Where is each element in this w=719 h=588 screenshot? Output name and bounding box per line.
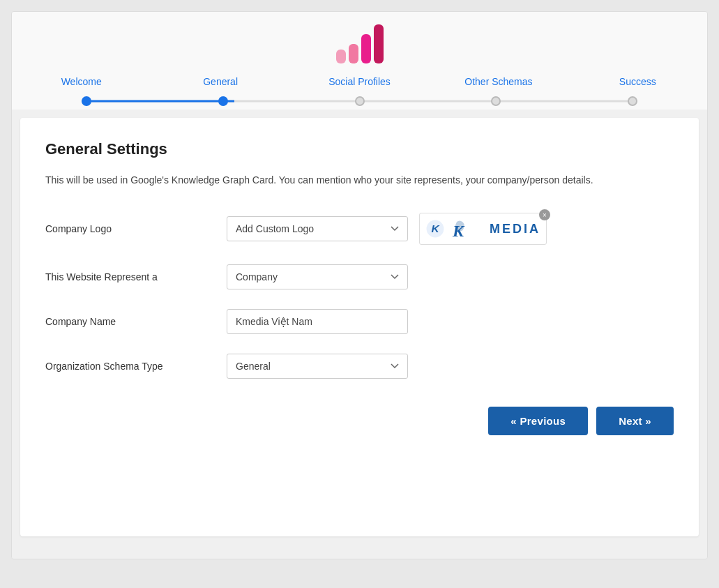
company-name-controls bbox=[227, 309, 408, 334]
form-row-company-name: Company Name bbox=[45, 309, 674, 334]
step-label-other[interactable]: Other Schemas bbox=[429, 76, 568, 87]
kmedia-logo: K K bbox=[425, 216, 540, 241]
steps-dots bbox=[82, 96, 638, 106]
svg-text:K: K bbox=[431, 223, 440, 234]
step-label-success[interactable]: Success bbox=[568, 76, 707, 87]
form-row-website-represent: This Website Represent a Company Person bbox=[45, 264, 674, 289]
logo-preview: × K bbox=[419, 213, 547, 245]
company-name-label: Company Name bbox=[45, 316, 213, 327]
kmedia-media-text: MEDIA bbox=[490, 222, 540, 236]
company-logo-label: Company Logo bbox=[45, 223, 213, 234]
website-represent-select[interactable]: Company Person bbox=[227, 264, 408, 289]
steps-labels: Welcome General Social Profiles Other Sc… bbox=[12, 76, 707, 93]
kmedia-full-logo: K bbox=[451, 216, 485, 241]
logo-bar-1 bbox=[349, 44, 358, 63]
logo-bar-4 bbox=[374, 24, 384, 63]
main-card: General Settings This will be used in Go… bbox=[20, 118, 699, 536]
nav-buttons: « Previous Next » bbox=[45, 407, 674, 435]
company-logo-controls: Add Custom Logo × K bbox=[227, 213, 547, 245]
progress-track bbox=[12, 93, 707, 110]
previous-button[interactable]: « Previous bbox=[488, 407, 588, 435]
main-container: Welcome General Social Profiles Other Sc… bbox=[11, 11, 708, 559]
company-logo-select[interactable]: Add Custom Logo bbox=[227, 216, 408, 241]
dot-other[interactable] bbox=[491, 96, 501, 106]
org-schema-label: Organization Schema Type bbox=[45, 361, 213, 372]
company-name-input[interactable] bbox=[227, 309, 408, 334]
page-description: This will be used in Google's Knowledge … bbox=[45, 172, 659, 188]
svg-text:K: K bbox=[452, 222, 465, 240]
logo-preview-close[interactable]: × bbox=[539, 209, 550, 220]
logo-bar-2 bbox=[336, 50, 346, 63]
kmedia-dragon-icon: K bbox=[425, 219, 445, 239]
dot-success[interactable] bbox=[628, 96, 637, 106]
dot-welcome[interactable] bbox=[82, 96, 91, 106]
form-row-company-logo: Company Logo Add Custom Logo × K bbox=[45, 213, 674, 245]
logo-bar-3 bbox=[361, 34, 371, 63]
next-button[interactable]: Next » bbox=[596, 407, 674, 435]
app-logo bbox=[336, 24, 384, 63]
step-label-general[interactable]: General bbox=[151, 76, 289, 87]
header bbox=[12, 12, 707, 70]
steps-container: Welcome General Social Profiles Other Sc… bbox=[12, 70, 707, 110]
website-represent-controls: Company Person bbox=[227, 264, 408, 289]
org-schema-select[interactable]: General Corporation LocalBusiness Organi… bbox=[227, 354, 408, 379]
page-title: General Settings bbox=[45, 140, 674, 158]
bottom-strip bbox=[12, 545, 707, 559]
website-represent-label: This Website Represent a bbox=[45, 271, 213, 282]
step-label-social[interactable]: Social Profiles bbox=[290, 76, 429, 87]
org-schema-controls: General Corporation LocalBusiness Organi… bbox=[227, 354, 408, 379]
step-label-welcome[interactable]: Welcome bbox=[12, 76, 151, 87]
form-row-org-schema: Organization Schema Type General Corpora… bbox=[45, 354, 674, 379]
dot-social[interactable] bbox=[355, 96, 365, 106]
dot-general[interactable] bbox=[218, 96, 228, 106]
